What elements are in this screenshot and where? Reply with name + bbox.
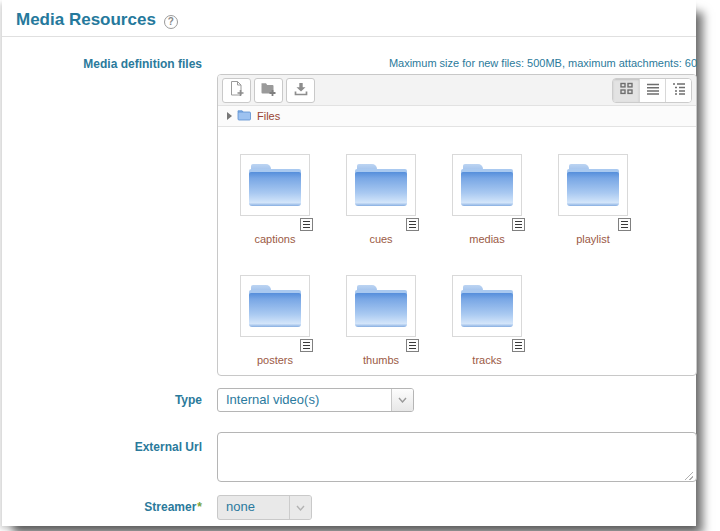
add-file-icon (228, 80, 245, 100)
type-select-value: Internal video(s) (218, 389, 391, 411)
media-definition-files-label: Media definition files (2, 57, 202, 376)
folder-tile-cues[interactable]: cues (346, 154, 416, 245)
filemanager-toolbar (218, 75, 696, 106)
chevron-down-icon (391, 389, 413, 411)
context-menu-icon[interactable] (618, 218, 631, 231)
folder-icon[interactable] (346, 275, 416, 337)
folder-tile-thumbs[interactable]: thumbs (346, 275, 416, 366)
folder-row-1: captions cues medias (240, 154, 696, 245)
required-marker: * (197, 500, 202, 514)
context-menu-icon[interactable] (406, 339, 419, 352)
streamer-label-text: Streamer (144, 500, 196, 514)
list-view-icon (646, 82, 660, 98)
table-view-button[interactable] (639, 79, 665, 102)
external-url-label: External Url (2, 432, 202, 486)
tree-view-icon (672, 82, 686, 98)
context-menu-icon[interactable] (512, 339, 525, 352)
tree-view-button[interactable] (665, 79, 691, 102)
folder-name[interactable]: tracks (452, 354, 522, 366)
streamer-label: Streamer* (2, 500, 202, 515)
folder-icon[interactable] (452, 154, 522, 216)
help-icon[interactable]: ? (164, 15, 178, 29)
icons-view-button[interactable] (613, 79, 639, 102)
streamer-control: none (217, 495, 697, 520)
folder-icon[interactable] (346, 154, 416, 216)
page-title: Media Resources ? (2, 0, 696, 36)
filemanager-breadcrumb: Files (218, 106, 696, 127)
external-url-control (217, 432, 697, 486)
context-menu-icon[interactable] (406, 218, 419, 231)
download-icon (293, 81, 309, 100)
folder-name[interactable]: playlist (558, 233, 628, 245)
streamer-select-value: none (218, 496, 289, 519)
streamer-select-disabled: none (217, 495, 312, 520)
type-select[interactable]: Internal video(s) (217, 388, 414, 412)
page-title-text: Media Resources (16, 10, 156, 30)
folder-tile-captions[interactable]: captions (240, 154, 310, 245)
create-folder-button[interactable] (254, 78, 283, 103)
context-menu-icon[interactable] (300, 218, 313, 231)
title-divider (2, 36, 696, 37)
media-resources-form: Media Resources ? Media definition files… (2, 0, 696, 526)
folder-tile-playlist[interactable]: playlist (558, 154, 628, 245)
filemanager-column: Maximum size for new files: 500MB, maxim… (217, 57, 697, 376)
folder-tile-tracks[interactable]: tracks (452, 275, 522, 366)
folder-name[interactable]: cues (346, 233, 416, 245)
folder-icon[interactable] (240, 275, 310, 337)
folder-name[interactable]: captions (240, 233, 310, 245)
add-file-button[interactable] (222, 78, 251, 103)
external-url-input[interactable] (217, 432, 697, 482)
max-size-note: Maximum size for new files: 500MB, maxim… (217, 57, 697, 70)
folder-name[interactable]: thumbs (346, 354, 416, 366)
view-mode-group (612, 78, 692, 103)
folder-tile-posters[interactable]: posters (240, 275, 310, 366)
download-all-button[interactable] (286, 78, 315, 103)
folder-name[interactable]: medias (452, 233, 522, 245)
folder-row-2: posters thumbs tracks (240, 275, 696, 366)
context-menu-icon[interactable] (512, 218, 525, 231)
filemanager-file-area: captions cues medias (218, 127, 696, 366)
filemanager: Files captions cues (217, 74, 697, 376)
folder-name[interactable]: posters (240, 354, 310, 366)
folder-icon[interactable] (452, 275, 522, 337)
folder-icon[interactable] (240, 154, 310, 216)
context-menu-icon[interactable] (300, 339, 313, 352)
create-folder-icon (260, 80, 277, 100)
type-label: Type (2, 393, 202, 408)
type-control: Internal video(s) (217, 388, 697, 412)
chevron-down-icon (289, 496, 311, 519)
expand-triangle-icon[interactable] (227, 112, 232, 120)
grid-view-icon (620, 82, 633, 98)
breadcrumb-root-link[interactable]: Files (257, 110, 280, 122)
breadcrumb-folder-icon (237, 109, 252, 123)
folder-icon[interactable] (558, 154, 628, 216)
folder-tile-medias[interactable]: medias (452, 154, 522, 245)
